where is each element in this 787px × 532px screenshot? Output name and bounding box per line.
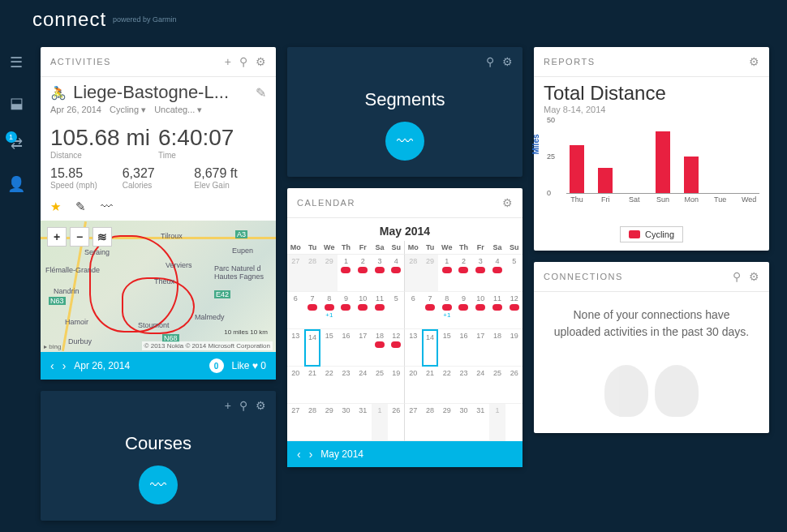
calendar-cell[interactable]: 22	[320, 367, 338, 404]
calendar-cell[interactable]: 3	[372, 255, 389, 292]
calendar-cell[interactable]: 28	[405, 255, 422, 292]
calendar-cell[interactable]: 12	[388, 329, 405, 367]
gear-icon[interactable]: ⚙	[256, 399, 266, 412]
calendar-cell[interactable]: 14	[422, 329, 439, 367]
activity-date[interactable]: Apr 26, 2014	[50, 105, 101, 115]
gear-icon[interactable]: ⚙	[749, 55, 759, 68]
calendar-cell[interactable]: 31	[355, 404, 372, 441]
calendar-cell[interactable]: 30	[455, 404, 472, 441]
calendar-cell[interactable]: 28	[304, 404, 321, 441]
calendar-cell[interactable]: 11	[372, 292, 389, 329]
calendar-cell[interactable]: 11	[489, 292, 506, 329]
add-icon[interactable]: +	[225, 399, 231, 412]
calendar-cell[interactable]: 8+1	[438, 292, 455, 329]
calendar-cell[interactable]: 23	[455, 367, 472, 404]
calendar-cell[interactable]: 25	[489, 367, 506, 404]
calendar-cell[interactable]: 20	[405, 367, 422, 404]
calendar-cell[interactable]: 9	[338, 292, 355, 329]
calendar-cell[interactable]: 4	[489, 255, 506, 292]
search-icon[interactable]: ⚲	[486, 55, 494, 68]
calendar-cell[interactable]: 31	[472, 404, 489, 441]
calendar-cell[interactable]: 30	[338, 404, 355, 441]
sync-icon[interactable]: ⇄1	[11, 135, 23, 152]
gear-icon[interactable]: ⚙	[502, 196, 513, 209]
calendar-cell[interactable]: 27	[287, 255, 304, 292]
calendar-cell[interactable]: 6	[405, 292, 422, 329]
calendar-cell[interactable]: 19	[505, 329, 523, 367]
calendar-cell[interactable]: 12	[505, 292, 523, 329]
calendar-cell[interactable]: 15	[320, 329, 338, 367]
calendar-cell[interactable]: 18	[372, 329, 389, 367]
calendar-cell[interactable]: 29	[438, 404, 455, 441]
calendar-cell[interactable]: 16	[338, 329, 355, 367]
prev-activity-button[interactable]: ‹	[50, 359, 54, 372]
activity-title[interactable]: Liege-Bastogne-L...	[73, 82, 249, 103]
calendar-cell[interactable]: 19	[388, 367, 405, 404]
calendar-cell[interactable]: 1	[489, 404, 506, 441]
prev-month-button[interactable]: ‹	[297, 448, 301, 461]
calendar-cell[interactable]: 20	[287, 367, 304, 404]
calendar-cell[interactable]: 1	[372, 404, 389, 441]
calendar-cell[interactable]: 2	[455, 255, 472, 292]
calendar-cell[interactable]: 3	[472, 255, 489, 292]
calendar-cell[interactable]: 8+1	[320, 292, 338, 329]
gear-icon[interactable]: ⚙	[502, 55, 513, 68]
calendar-cell[interactable]: 14	[304, 329, 321, 367]
favorite-icon[interactable]: ★	[50, 200, 61, 214]
calendar-cell[interactable]: 22	[438, 367, 455, 404]
calendar-cell[interactable]: 26	[505, 367, 523, 404]
gear-icon[interactable]: ⚙	[256, 55, 266, 68]
calendar-cell[interactable]: 15	[438, 329, 455, 367]
calendar-cell[interactable]: 6	[287, 292, 304, 329]
calendar-cell[interactable]: 10	[472, 292, 489, 329]
inbox-icon[interactable]: ⬓	[10, 94, 24, 112]
calendar-cell[interactable]: 2	[355, 255, 372, 292]
gear-icon[interactable]: ⚙	[749, 270, 759, 283]
comments-count[interactable]: 0	[209, 358, 224, 373]
layers-button[interactable]: ≋	[92, 227, 112, 247]
add-icon[interactable]: +	[225, 55, 231, 68]
calendar-cell[interactable]: 21	[304, 367, 321, 404]
next-month-button[interactable]: ›	[309, 448, 313, 461]
calendar-cell[interactable]: 9	[455, 292, 472, 329]
calendar-cell[interactable]: 28	[422, 404, 439, 441]
calendar-cell[interactable]: 29	[422, 255, 439, 292]
search-icon[interactable]: ⚲	[239, 399, 247, 412]
activity-sport[interactable]: Cycling ▾	[110, 105, 146, 115]
zoom-in-button[interactable]: +	[47, 227, 67, 247]
like-button[interactable]: Like ♥ 0	[232, 360, 267, 371]
activity-category[interactable]: Uncateg... ▾	[154, 105, 202, 115]
calendar-cell[interactable]: 17	[472, 329, 489, 367]
segments-button[interactable]: 〰	[385, 122, 424, 161]
calendar-cell[interactable]: 25	[372, 367, 389, 404]
segments-icon[interactable]: 〰	[101, 200, 113, 214]
calendar-cell[interactable]: 23	[338, 367, 355, 404]
calendar-cell[interactable]: 13	[405, 329, 422, 367]
zoom-out-button[interactable]: −	[70, 227, 89, 247]
search-icon[interactable]: ⚲	[239, 55, 247, 68]
calendar-cell[interactable]: 27	[405, 404, 422, 441]
calendar-cell[interactable]: 21	[422, 367, 439, 404]
courses-button[interactable]: 〰	[139, 466, 178, 504]
calendar-cell[interactable]: 28	[304, 255, 321, 292]
calendar-cell[interactable]: 10	[355, 292, 372, 329]
calendar-cell[interactable]: 17	[355, 329, 372, 367]
activity-map[interactable]: Seraing Flémalle-Grande Verviers Theux N…	[41, 221, 276, 352]
calendar-cell[interactable]: 5	[388, 292, 405, 329]
calendar-cell[interactable]: 29	[320, 404, 338, 441]
edit-activity-icon[interactable]: ✎	[75, 200, 86, 214]
calendar-cell[interactable]: 1	[338, 255, 355, 292]
calendar-cell[interactable]: 29	[320, 255, 338, 292]
calendar-cell[interactable]: 1	[438, 255, 455, 292]
next-activity-button[interactable]: ›	[62, 359, 67, 372]
calendar-cell[interactable]: 27	[287, 404, 304, 441]
calendar-grid[interactable]: MoTuWeThFrSaSuMoTuWeThFrSaSu272829123428…	[287, 241, 523, 441]
calendar-cell[interactable]: 5	[505, 255, 523, 292]
calendar-cell[interactable]: 4	[388, 255, 405, 292]
calendar-cell[interactable]: 16	[455, 329, 472, 367]
calendar-cell[interactable]: 13	[287, 329, 304, 367]
search-icon[interactable]: ⚲	[733, 270, 741, 283]
calendar-cell[interactable]: 24	[355, 367, 372, 404]
menu-icon[interactable]: ☰	[10, 54, 23, 71]
calendar-cell[interactable]: 7	[304, 292, 321, 329]
